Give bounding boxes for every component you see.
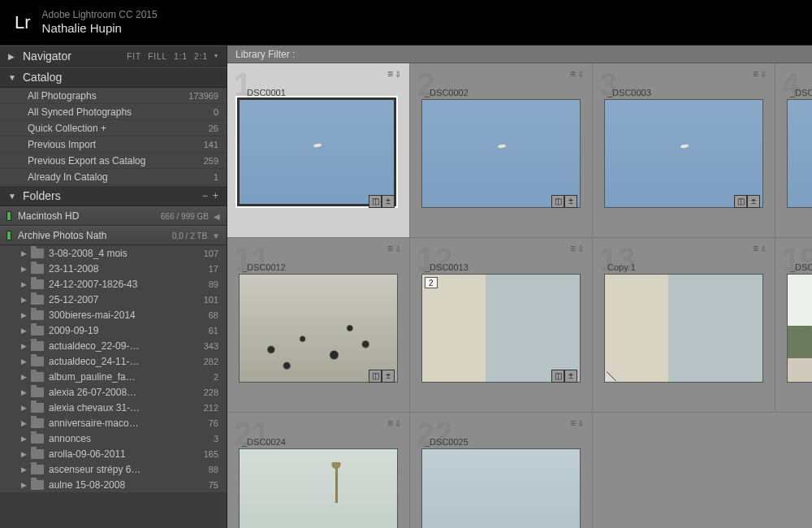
folder-row[interactable]: ▶ 300bieres-mai-2014 68 — [0, 307, 227, 322]
chevron-right-icon[interactable]: ▶ — [21, 419, 29, 427]
folder-row[interactable]: ▶ actualdeco_22-09-… 343 — [0, 338, 227, 353]
folder-row[interactable]: ▶ anniversaire-maco… 76 — [0, 415, 227, 431]
cell-flag-icons[interactable]: ≡⇩ — [753, 243, 767, 254]
chevron-down-icon[interactable]: ▼ — [212, 232, 220, 240]
catalog-item[interactable]: Previous Export as Catalog259 — [0, 153, 227, 169]
develop-badge-icon: ± — [382, 195, 395, 208]
grid-cell[interactable]: 19 ≡⇩ _DSC0021 — [775, 238, 812, 413]
thumbnail[interactable] — [787, 99, 812, 208]
chevron-right-icon[interactable]: ▶ — [21, 265, 29, 273]
remove-folder-button[interactable]: − — [202, 190, 208, 201]
folder-row[interactable]: ▶ alexia 26-07-2008… 228 — [0, 384, 227, 400]
app-title: Adobe Lightroom CC 2015 — [42, 9, 158, 20]
chevron-right-icon[interactable]: ▶ — [21, 404, 29, 412]
folder-icon — [31, 279, 44, 289]
folder-row[interactable]: ▶ ascenseur strépy 6… 88 — [0, 461, 227, 477]
thumbnail[interactable] — [787, 274, 812, 383]
thumbnail[interactable] — [421, 99, 581, 208]
zoom-2-1[interactable]: 2:1 — [194, 52, 208, 61]
grid-viewport[interactable]: 1 ≡⇩ _DSC0001 ◫±2 ≡⇩ _DSC0002 ◫±3 ≡⇩ _DS… — [227, 63, 812, 528]
grid-cell[interactable]: 13 ≡⇩ Copy 1 — [593, 238, 775, 413]
grid-cell[interactable]: 12 ≡⇩ _DSC0013 2◫± — [410, 238, 593, 413]
chevron-right-icon[interactable]: ▶ — [21, 373, 29, 381]
thumbnail[interactable] — [604, 99, 763, 208]
thumbnail-badges[interactable]: ◫± — [551, 370, 577, 383]
catalog-header[interactable]: ▼ Catalog — [0, 67, 227, 88]
cell-flag-icons[interactable]: ≡⇩ — [570, 243, 584, 254]
grid-cell[interactable]: 3 ≡⇩ _DSC0003 ◫± — [593, 63, 775, 238]
cell-flag-icons[interactable]: ≡⇩ — [387, 68, 401, 80]
thumbnail[interactable] — [239, 448, 398, 528]
chevron-right-icon[interactable]: ▶ — [21, 481, 29, 489]
cell-flag-icons[interactable]: ≡⇩ — [387, 243, 401, 254]
grid-cell[interactable]: 1 ≡⇩ _DSC0001 ◫± — [227, 63, 410, 238]
chevron-right-icon[interactable]: ▶ — [21, 327, 29, 335]
thumbnail[interactable] — [421, 274, 581, 383]
thumbnail-badges[interactable]: ◫± — [551, 195, 577, 208]
catalog-item[interactable]: Already In Catalog1 — [0, 169, 227, 185]
folder-name: 3-08-2008_4 mois — [49, 248, 201, 259]
cell-flag-icons[interactable]: ≡⇩ — [570, 68, 584, 80]
catalog-item[interactable]: All Synced Photographs0 — [0, 104, 227, 120]
folder-row[interactable]: ▶ annonces 3 — [0, 431, 227, 446]
grid-cell[interactable]: 11 ≡⇩ _DSC0012 ◫± — [227, 238, 410, 413]
folder-name: actualdeco_22-09-… — [49, 340, 201, 352]
chevron-right-icon[interactable]: ▶ — [21, 280, 29, 288]
folder-count: 165 — [204, 449, 218, 459]
stack-count-badge[interactable]: 2 — [425, 277, 438, 288]
catalog-item[interactable]: All Photographs173969 — [0, 88, 227, 104]
chevron-right-icon[interactable]: ▶ — [21, 388, 29, 396]
chevron-right-icon[interactable]: ▶ — [21, 311, 29, 319]
navigator-header[interactable]: ▶ Navigator FIT FILL 1:1 2:1 ▾ — [0, 45, 227, 67]
folder-row[interactable]: ▶ 24-12-2007-1826-43 89 — [0, 276, 227, 292]
thumbnail-badges[interactable]: ◫± — [369, 370, 395, 383]
folder-row[interactable]: ▶ album_pauline_fa… 2 — [0, 369, 227, 384]
crop-badge-icon: ◫ — [734, 195, 747, 208]
thumbnail[interactable] — [239, 274, 398, 383]
cell-flag-icons[interactable]: ≡⇩ — [753, 68, 767, 80]
add-folder-button[interactable]: + — [213, 190, 218, 201]
folder-row[interactable]: ▶ arolla-09-06-2011 165 — [0, 446, 227, 461]
folder-row[interactable]: ▶ 25-12-2007 101 — [0, 292, 227, 307]
cell-index: 21 — [234, 416, 270, 452]
chevron-right-icon[interactable]: ▶ — [21, 249, 29, 258]
zoom-1-1[interactable]: 1:1 — [174, 52, 188, 61]
thumbnail[interactable] — [604, 274, 763, 383]
cell-filename: Copy 1 — [607, 262, 636, 272]
volume-row[interactable]: Macintosh HD 666 / 999 GB ◀ — [0, 206, 227, 226]
folder-name: 24-12-2007-1826-43 — [49, 279, 205, 290]
chevron-down-icon[interactable]: ▾ — [214, 52, 218, 61]
zoom-fit[interactable]: FIT — [127, 52, 141, 61]
thumbnail[interactable] — [237, 97, 396, 206]
chevron-right-icon[interactable]: ▶ — [21, 296, 29, 304]
folders-header[interactable]: ▼ Folders − + — [0, 185, 227, 206]
thumbnail[interactable] — [421, 448, 581, 528]
grid-cell[interactable]: 21 ≡⇩ _DSC0024 — [227, 413, 410, 528]
chevron-right-icon[interactable]: ▶ — [21, 342, 29, 350]
chevron-left-icon[interactable]: ◀ — [214, 212, 220, 221]
folder-row[interactable]: ▶ 3-08-2008_4 mois 107 — [0, 245, 227, 261]
folder-row[interactable]: ▶ actualdeco_24-11-… 282 — [0, 353, 227, 369]
folder-count: 228 — [204, 387, 218, 397]
folder-row[interactable]: ▶ alexia chevaux 31-… 212 — [0, 400, 227, 415]
catalog-item[interactable]: Quick Collection +26 — [0, 120, 227, 136]
grid-cell[interactable]: 2 ≡⇩ _DSC0002 ◫± — [410, 63, 593, 238]
folder-row[interactable]: ▶ 23-11-2008 17 — [0, 261, 227, 276]
folder-icon — [31, 357, 44, 366]
grid-cell[interactable]: 22 ≡⇩ _DSC0025 — [410, 413, 593, 528]
catalog-item[interactable]: Previous Import141 — [0, 136, 227, 153]
folder-row[interactable]: ▶ aulne 15-08-2008 75 — [0, 477, 227, 492]
grid-cell[interactable]: 4 ≡⇩ _DSC0004 — [775, 63, 812, 238]
chevron-right-icon[interactable]: ▶ — [21, 465, 29, 474]
chevron-right-icon[interactable]: ▶ — [21, 357, 29, 366]
cell-flag-icons[interactable]: ≡⇩ — [570, 418, 584, 429]
chevron-right-icon[interactable]: ▶ — [21, 450, 29, 458]
library-filter-bar[interactable]: Library Filter : — [227, 45, 812, 63]
cell-flag-icons[interactable]: ≡⇩ — [387, 418, 401, 429]
chevron-right-icon[interactable]: ▶ — [21, 435, 29, 443]
folder-row[interactable]: ▶ 2009-09-19 61 — [0, 322, 227, 338]
thumbnail-badges[interactable]: ◫± — [369, 195, 395, 208]
zoom-fill[interactable]: FILL — [148, 52, 167, 61]
thumbnail-badges[interactable]: ◫± — [734, 195, 760, 208]
volume-row[interactable]: Archive Photos Nath 0,0 / 2 TB ▼ — [0, 226, 227, 245]
